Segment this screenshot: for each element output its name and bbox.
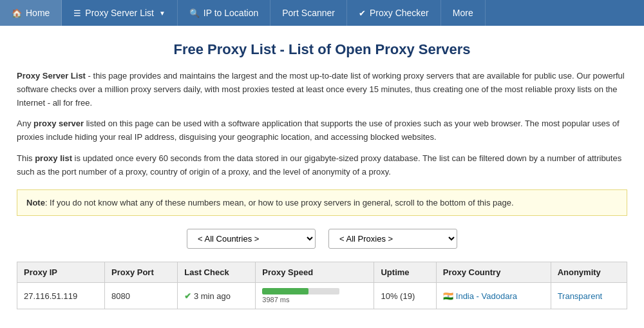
table-body: 27.116.51.1198080✔ 3 min ago 3987 ms 10%…	[17, 283, 627, 309]
description-section: Proxy Server List - this page provides a…	[17, 70, 627, 179]
main-content: Free Proxy List - List of Open Proxy Ser…	[6, 26, 638, 320]
desc2-pre: Any	[17, 119, 33, 128]
desc1-text: - this page provides and maintains the l…	[17, 71, 625, 108]
chevron-down-icon: ▼	[159, 10, 166, 17]
description-3: This proxy list is updated once every 60…	[17, 152, 627, 179]
nav-proxy-server-list[interactable]: ☰ Proxy Server List ▼	[62, 0, 178, 26]
proxy-type-filter[interactable]: < All Proxies > Anonymous Elite Transpar…	[328, 229, 457, 249]
anonymity-link[interactable]: Transparent	[558, 291, 603, 301]
table-row: 27.116.51.1198080✔ 3 min ago 3987 ms 10%…	[17, 283, 627, 309]
filters-section: < All Countries > United States United K…	[17, 229, 627, 249]
cell-country: 🇮🇳India - Vadodara	[436, 283, 551, 309]
description-2: Any proxy server listed on this page can…	[17, 117, 627, 144]
cell-speed: 3987 ms	[256, 283, 374, 309]
cell-port: 8080	[105, 283, 178, 309]
home-icon: 🏠	[12, 8, 22, 18]
nav-more-label: More	[453, 8, 473, 18]
col-last-check: Last Check	[178, 262, 256, 283]
page-title: Free Proxy List - List of Open Proxy Ser…	[17, 41, 627, 58]
speed-label: 3987 ms	[262, 296, 367, 304]
col-proxy-port: Proxy Port	[105, 262, 178, 283]
speed-bar-container: 3987 ms	[262, 288, 367, 304]
nav-home[interactable]: 🏠 Home	[0, 0, 62, 26]
table-header-row: Proxy IP Proxy Port Last Check Proxy Spe…	[17, 262, 627, 283]
desc3-text: is updated once every 60 seconds from th…	[17, 153, 621, 177]
checkmark-icon: ✔	[359, 8, 366, 18]
proxy-table: Proxy IP Proxy Port Last Check Proxy Spe…	[17, 262, 627, 309]
nav-port-scanner[interactable]: Port Scanner	[270, 0, 347, 26]
nav-home-label: Home	[26, 8, 50, 18]
main-nav: 🏠 Home ☰ Proxy Server List ▼ 🔍 IP to Loc…	[0, 0, 644, 26]
col-anonymity: Anonymity	[551, 262, 627, 283]
desc1-bold: Proxy Server List	[17, 71, 86, 81]
checkmark-icon: ✔	[184, 291, 191, 301]
note-box: Note: If you do not know what any of the…	[17, 189, 627, 217]
note-text: Note: If you do not know what any of the…	[26, 198, 514, 207]
col-proxy-ip: Proxy IP	[17, 262, 105, 283]
nav-proxy-checker[interactable]: ✔ Proxy Checker	[347, 0, 441, 26]
search-icon: 🔍	[189, 8, 200, 18]
list-icon: ☰	[73, 8, 81, 18]
description-1: Proxy Server List - this page provides a…	[17, 70, 627, 110]
col-proxy-speed: Proxy Speed	[256, 262, 374, 283]
nav-ip-to-location[interactable]: 🔍 IP to Location	[178, 0, 270, 26]
speed-bar-background	[262, 288, 339, 294]
nav-ip-label: IP to Location	[204, 8, 258, 18]
nav-checker-label: Proxy Checker	[370, 8, 429, 18]
col-proxy-country: Proxy Country	[436, 262, 551, 283]
country-link[interactable]: India - Vadodara	[456, 291, 517, 301]
nav-proxy-label: Proxy Server List	[85, 8, 154, 18]
col-uptime: Uptime	[374, 262, 436, 283]
country-filter[interactable]: < All Countries > United States United K…	[187, 229, 316, 249]
cell-ip: 27.116.51.119	[17, 283, 105, 309]
speed-bar-fill	[262, 288, 308, 294]
cell-uptime: 10% (19)	[374, 283, 436, 309]
nav-port-label: Port Scanner	[282, 8, 335, 18]
nav-more[interactable]: More	[441, 0, 486, 26]
desc3-pre: This	[17, 153, 35, 163]
flag-icon: 🇮🇳	[443, 291, 453, 301]
desc2-bold: proxy server	[33, 119, 84, 128]
desc3-bold: proxy list	[35, 153, 72, 163]
desc2-text: listed on this page can be used with a s…	[17, 119, 620, 142]
table-header: Proxy IP Proxy Port Last Check Proxy Spe…	[17, 262, 627, 283]
cell-last-check: ✔ 3 min ago	[178, 283, 256, 309]
cell-anonymity: Transparent	[551, 283, 627, 309]
